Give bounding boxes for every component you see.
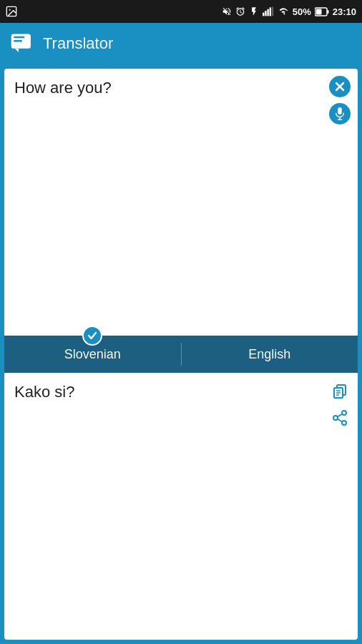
translated-text: Kako si? (14, 383, 74, 401)
svg-rect-12 (14, 40, 22, 42)
mute-icon (222, 6, 232, 16)
copy-button[interactable] (329, 380, 351, 401)
app-title: Translator (43, 34, 113, 53)
svg-line-27 (338, 419, 343, 422)
mic-button[interactable] (329, 103, 351, 125)
charging-icon (249, 6, 259, 16)
svg-line-28 (338, 414, 343, 417)
clear-button[interactable] (329, 76, 351, 97)
target-language-label: English (248, 347, 290, 362)
signal-icon (263, 6, 274, 16)
output-card: Kako si? (4, 373, 358, 640)
svg-rect-3 (265, 11, 266, 16)
gallery-icon (6, 6, 17, 17)
close-icon (334, 81, 346, 92)
status-time: 23:10 (333, 6, 356, 17)
svg-point-25 (333, 416, 338, 420)
svg-rect-11 (14, 36, 24, 39)
input-card: How are you? (4, 69, 358, 336)
svg-rect-5 (269, 7, 270, 16)
app-header: Translator (0, 23, 362, 64)
alarm-icon (235, 6, 245, 16)
share-icon (331, 409, 348, 426)
svg-rect-2 (263, 13, 264, 16)
svg-point-24 (342, 411, 346, 415)
svg-point-26 (342, 421, 346, 425)
input-text: How are you? (14, 79, 112, 97)
svg-marker-13 (15, 49, 19, 52)
main-content: How are you? Slov (0, 64, 362, 644)
checkmark-icon (87, 331, 97, 341)
wifi-icon (278, 6, 289, 16)
svg-rect-16 (338, 107, 341, 114)
status-bar: 50% 23:10 (0, 0, 362, 23)
language-bar: Slovenian English (4, 336, 358, 373)
copy-icon (331, 382, 348, 399)
share-button[interactable] (329, 407, 351, 429)
battery-icon (315, 7, 329, 16)
chat-bubble-icon (10, 31, 34, 56)
svg-rect-6 (272, 7, 273, 16)
active-check (82, 326, 102, 346)
status-icons: 50% 23:10 (222, 6, 356, 17)
source-language-button[interactable]: Slovenian (4, 336, 181, 373)
status-left-icons (6, 6, 17, 17)
svg-rect-9 (327, 10, 328, 14)
mic-icon (334, 107, 346, 120)
source-language-label: Slovenian (64, 347, 121, 362)
battery-percentage: 50% (293, 6, 311, 17)
svg-point-1 (9, 9, 11, 11)
svg-rect-4 (267, 9, 268, 16)
svg-rect-8 (315, 9, 321, 14)
target-language-button[interactable]: English (182, 336, 358, 373)
